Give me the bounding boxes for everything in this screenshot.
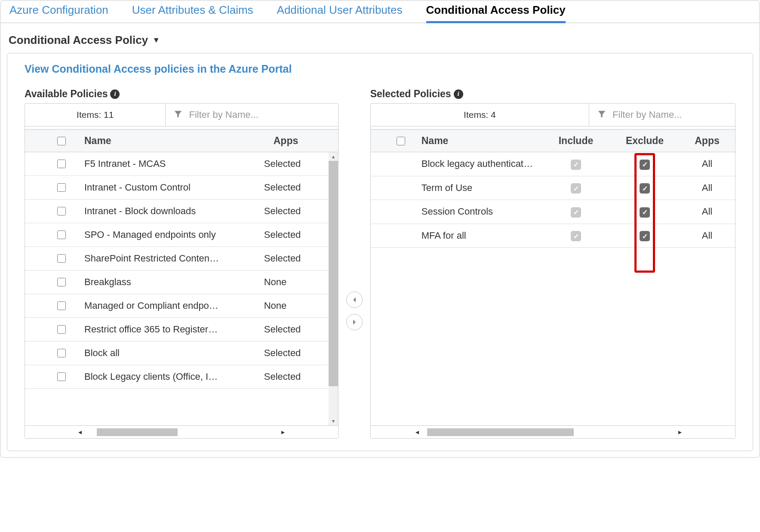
- row-checkbox[interactable]: [57, 325, 66, 334]
- policy-apps: None: [264, 277, 329, 288]
- policy-apps: None: [264, 300, 329, 311]
- policy-name: F5 Intranet - MCAS: [81, 158, 264, 169]
- col-header-name[interactable]: Name: [418, 135, 542, 147]
- policy-apps: Selected: [264, 182, 329, 193]
- policy-name: Session Controls: [418, 206, 542, 217]
- row-checkbox[interactable]: [57, 160, 66, 168]
- col-header-name[interactable]: Name: [81, 135, 274, 147]
- row-checkbox[interactable]: [57, 301, 66, 310]
- info-icon[interactable]: i: [110, 89, 120, 99]
- table-row[interactable]: Session Controls ✓ ✓ All: [371, 200, 735, 224]
- table-row[interactable]: SPO - Managed endpoints only Selected: [25, 223, 329, 247]
- table-row[interactable]: Intranet - Custom Control Selected: [25, 176, 329, 200]
- caret-down-icon: ▼: [152, 36, 160, 45]
- selected-policies: Selected Policies i Items: 4: [370, 88, 735, 439]
- policy-name: Term of Use: [418, 182, 542, 194]
- available-items-count: Items: 11: [25, 104, 166, 126]
- include-checkbox: ✓: [571, 207, 581, 218]
- move-left-button[interactable]: [346, 292, 363, 308]
- table-row[interactable]: SharePoint Restricted Conten… Selected: [25, 247, 329, 271]
- available-title: Available Policies: [25, 88, 108, 100]
- policy-apps: Selected: [264, 206, 329, 217]
- policy-name: MFA for all: [418, 230, 542, 241]
- filter-icon: [597, 109, 606, 120]
- filter-icon: [173, 109, 183, 120]
- section-title: Conditional Access Policy: [9, 34, 148, 47]
- table-row[interactable]: Block all Selected: [25, 341, 329, 365]
- table-row[interactable]: Intranet - Block downloads Selected: [25, 200, 329, 223]
- policy-apps: Selected: [264, 253, 329, 264]
- move-right-button[interactable]: [346, 314, 363, 330]
- exclude-checkbox[interactable]: ✓: [640, 231, 650, 241]
- tab-additional-user-attributes[interactable]: Additional User Attributes: [277, 1, 403, 22]
- selected-title: Selected Policies: [370, 88, 451, 100]
- table-row[interactable]: Block Legacy clients (Office, I… Selecte…: [25, 365, 329, 389]
- col-header-apps[interactable]: Apps: [274, 135, 338, 147]
- include-checkbox: ✓: [571, 160, 581, 170]
- table-row[interactable]: Breakglass None: [25, 271, 329, 294]
- row-checkbox[interactable]: [57, 254, 66, 263]
- policy-apps: All: [679, 230, 735, 241]
- row-checkbox[interactable]: [57, 372, 66, 381]
- policy-name: Breakglass: [81, 277, 264, 288]
- row-checkbox[interactable]: [57, 278, 66, 286]
- tab-conditional-access-policy[interactable]: Conditional Access Policy: [426, 1, 566, 23]
- view-policies-link[interactable]: View Conditional Access policies in the …: [25, 63, 292, 75]
- vertical-scrollbar[interactable]: ▴ ▾: [329, 152, 338, 425]
- exclude-checkbox[interactable]: ✓: [640, 160, 650, 170]
- table-row[interactable]: Managed or Compliant endpo… None: [25, 294, 329, 318]
- table-row[interactable]: Block legacy authenticat… ✓ ✓ All: [371, 152, 735, 176]
- horizontal-scrollbar[interactable]: ◂ ▸: [371, 425, 735, 438]
- row-checkbox[interactable]: [57, 231, 66, 239]
- transfer-buttons: [346, 88, 363, 439]
- policy-name: SharePoint Restricted Conten…: [81, 253, 264, 264]
- policy-name: Block Legacy clients (Office, I…: [81, 371, 264, 382]
- col-header-apps[interactable]: Apps: [679, 135, 735, 147]
- policy-name: Restrict office 365 to Register…: [81, 324, 264, 335]
- policy-panel: View Conditional Access policies in the …: [7, 53, 753, 451]
- policy-name: Block legacy authenticat…: [418, 158, 542, 169]
- tab-azure-configuration[interactable]: Azure Configuration: [9, 1, 108, 22]
- table-row[interactable]: MFA for all ✓ ✓ All: [371, 224, 735, 248]
- selected-items-count: Items: 4: [371, 104, 589, 126]
- policy-apps: All: [679, 158, 735, 169]
- include-checkbox: ✓: [571, 183, 581, 194]
- policy-apps: Selected: [264, 371, 329, 382]
- row-checkbox[interactable]: [57, 207, 66, 215]
- info-icon[interactable]: i: [454, 89, 463, 99]
- policy-name: Intranet - Block downloads: [81, 206, 264, 217]
- available-select-all-checkbox[interactable]: [57, 137, 66, 145]
- section-header[interactable]: Conditional Access Policy ▼: [1, 23, 759, 53]
- col-header-include[interactable]: Include: [542, 135, 610, 147]
- policy-apps: All: [679, 206, 735, 217]
- horizontal-scrollbar[interactable]: ◂ ▸: [25, 425, 338, 438]
- policy-apps: All: [679, 182, 735, 194]
- available-policies: Available Policies i Items: 11: [25, 88, 338, 439]
- exclude-checkbox[interactable]: ✓: [640, 183, 650, 194]
- tab-user-attributes-claims[interactable]: User Attributes & Claims: [132, 1, 253, 22]
- table-row[interactable]: F5 Intranet - MCAS Selected: [25, 152, 329, 176]
- include-checkbox: ✓: [571, 231, 581, 241]
- policy-apps: Selected: [264, 158, 329, 169]
- selected-filter-input[interactable]: [612, 109, 731, 120]
- policy-name: Block all: [81, 347, 264, 359]
- col-header-exclude[interactable]: Exclude: [610, 135, 679, 147]
- tabs: Azure Configuration User Attributes & Cl…: [1, 1, 759, 23]
- table-row[interactable]: Term of Use ✓ ✓ All: [371, 176, 735, 200]
- row-checkbox[interactable]: [57, 183, 66, 192]
- row-checkbox[interactable]: [57, 349, 66, 357]
- table-row[interactable]: Restrict office 365 to Register… Selecte…: [25, 318, 329, 341]
- policy-apps: Selected: [264, 229, 329, 240]
- available-filter-input[interactable]: [189, 109, 330, 120]
- policy-name: SPO - Managed endpoints only: [81, 229, 264, 240]
- selected-select-all-checkbox[interactable]: [397, 137, 405, 145]
- policy-name: Intranet - Custom Control: [81, 182, 264, 193]
- policy-apps: Selected: [264, 347, 329, 359]
- exclude-checkbox[interactable]: ✓: [640, 207, 650, 218]
- policy-apps: Selected: [264, 324, 329, 335]
- policy-name: Managed or Compliant endpo…: [81, 300, 264, 311]
